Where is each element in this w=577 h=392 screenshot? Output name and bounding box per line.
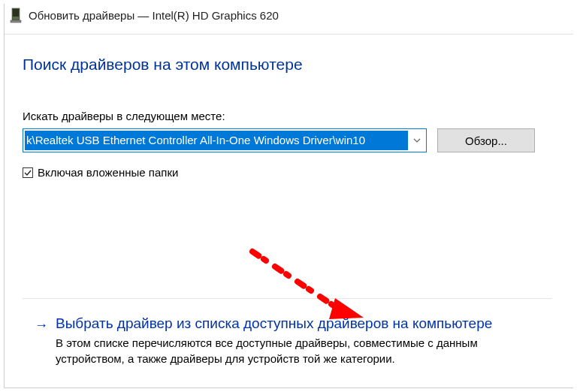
window-title: Обновить драйверы — Intel(R) HD Graphics… [29, 9, 279, 22]
chevron-down-icon[interactable] [408, 138, 426, 143]
browse-button[interactable]: Обзор... [437, 128, 535, 152]
include-subfolders-row[interactable]: Включая вложенные папки [23, 166, 555, 179]
select-from-list-option[interactable]: → Выбрать драйвер из списка доступных др… [23, 298, 552, 378]
path-combobox[interactable]: k\Realtek USB Ethernet Controller All-In… [23, 128, 427, 152]
svg-rect-2 [11, 20, 21, 23]
path-value[interactable]: k\Realtek USB Ethernet Controller All-In… [25, 131, 408, 150]
action-title: Выбрать драйвер из списка доступных драй… [56, 315, 492, 332]
driver-update-window: Обновить драйверы — Intel(R) HD Graphics… [4, 4, 573, 388]
device-icon [9, 7, 23, 23]
action-head: → Выбрать драйвер из списка доступных др… [35, 315, 542, 332]
svg-rect-1 [13, 9, 19, 17]
include-subfolders-label: Включая вложенные папки [38, 166, 178, 179]
action-description: В этом списке перечисляются все доступны… [56, 335, 542, 366]
content-area: Поиск драйверов на этом компьютере Искат… [5, 35, 573, 179]
arrow-right-icon: → [35, 318, 48, 332]
titlebar: Обновить драйверы — Intel(R) HD Graphics… [5, 4, 573, 25]
svg-line-4 [275, 267, 288, 276]
page-heading: Поиск драйверов на этом компьютере [23, 56, 555, 74]
svg-line-5 [298, 282, 311, 291]
svg-line-3 [252, 252, 266, 261]
path-row: k\Realtek USB Ethernet Controller All-In… [23, 128, 555, 152]
path-label: Искать драйверы в следующем месте: [23, 110, 555, 122]
include-subfolders-checkbox[interactable] [23, 167, 33, 178]
